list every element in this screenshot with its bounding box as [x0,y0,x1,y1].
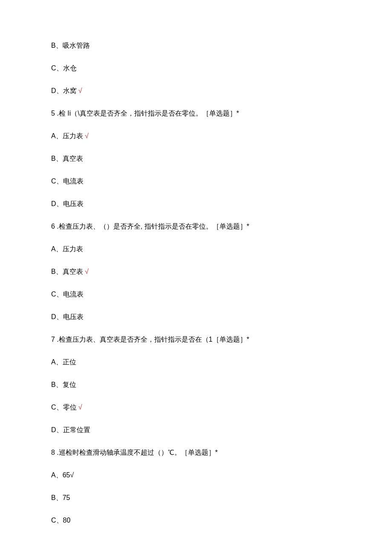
text-line: 6 .检查压力表、（）是否齐全, 指针指示是否在零位。［单选题］* [51,221,341,232]
check-mark-icon: √ [85,268,89,275]
line-text: 8 .巡检时检查滑动轴承温度不超过（）℃。［单选题］* [51,449,218,456]
text-line: A、压力表 √ [51,131,341,141]
text-line: D、水窝 √ [51,86,341,96]
line-text: C、电流表 [51,291,84,298]
line-text: C、零位 [51,404,78,411]
line-text: B、75 [51,494,70,501]
text-line: C、零位 √ [51,402,341,413]
line-text: 5 .检 Ii（\真空表是否齐全，指针指示是否在零位。［单选题］* [51,110,239,117]
line-text: B、真空表 [51,268,85,275]
line-text: C、水仓 [51,64,77,72]
line-text: 7 .检查压力表、真空表是否齐全，指针指示是否在（1［单选题］* [51,336,249,343]
text-line: D、电压表 [51,312,341,322]
line-text: D、正常位置 [51,426,90,433]
line-text: A、65√ [51,471,74,479]
line-text: B、复位 [51,381,76,388]
line-text: A、压力表 [51,132,85,139]
check-mark-icon: √ [78,87,82,94]
text-line: C、80 [51,515,341,526]
text-line: B、真空表 [51,154,341,164]
text-line: 7 .检查压力表、真空表是否齐全，指针指示是否在（1［单选题］* [51,334,341,345]
document-content: B、吸水管路C、水仓D、水窝 √5 .检 Ii（\真空表是否齐全，指针指示是否在… [51,41,341,526]
line-text: A、正位 [51,358,76,366]
text-line: 8 .巡检时检查滑动轴承温度不超过（）℃。［单选题］* [51,447,341,458]
text-line: B、吸水管路 [51,41,341,51]
text-line: B、复位 [51,380,341,390]
check-mark-icon: √ [78,404,82,411]
line-text: 6 .检查压力表、（）是否齐全, 指针指示是否在零位。［单选题］* [51,223,249,230]
text-line: B、真空表 √ [51,267,341,277]
text-line: C、水仓 [51,63,341,73]
line-text: B、吸水管路 [51,42,90,49]
text-line: D、电压表 [51,199,341,209]
line-text: A、压力表 [51,245,83,253]
text-line: A、压力表 [51,244,341,254]
text-line: C、电流表 [51,176,341,186]
line-text: B、真空表 [51,155,83,162]
line-text: D、电压表 [51,200,84,207]
line-text: D、电压表 [51,313,84,320]
text-line: C、电流表 [51,289,341,299]
text-line: D、正常位置 [51,425,341,435]
line-text: D、水窝 [51,87,78,94]
text-line: B、75 [51,493,341,503]
line-text: C、电流表 [51,177,84,185]
text-line: A、65√ [51,470,341,480]
text-line: A、正位 [51,357,341,367]
check-mark-icon: √ [85,132,89,139]
text-line: 5 .检 Ii（\真空表是否齐全，指针指示是否在零位。［单选题］* [51,108,341,119]
line-text: C、80 [51,517,70,524]
